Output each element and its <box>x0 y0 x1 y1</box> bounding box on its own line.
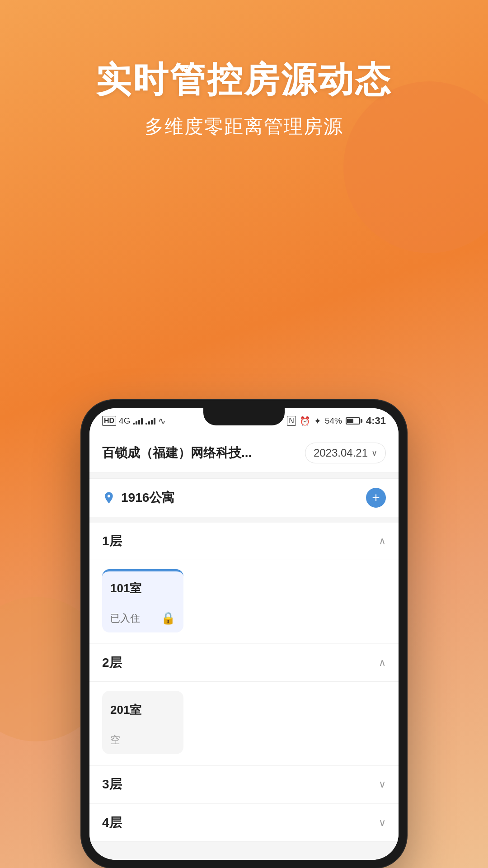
room-101-status: 已入住 🔒 <box>110 611 175 625</box>
phone-outer: HD 4G ∿ <box>81 400 407 868</box>
location-pin-icon <box>102 491 116 505</box>
floor-4-label: 4层 <box>102 814 122 831</box>
property-name-wrap: 1916公寓 <box>102 489 174 506</box>
signal-bar <box>141 418 143 425</box>
battery-fill <box>347 419 353 423</box>
signal-bars-1 <box>133 417 143 425</box>
company-name: 百锁成（福建）网络科技... <box>102 444 252 462</box>
bluetooth-icon: ✦ <box>314 416 321 426</box>
floor-3-label: 3层 <box>102 776 122 793</box>
signal-bar <box>154 418 155 425</box>
signal-bar <box>145 423 147 425</box>
floor-section-4: 4层 ∨ <box>89 804 399 842</box>
signal-bar <box>151 420 153 425</box>
phone-notch <box>203 408 285 425</box>
floor-3-chevron-icon: ∨ <box>379 778 386 790</box>
battery-tip <box>361 419 362 423</box>
floor-4-header[interactable]: 4层 ∨ <box>89 804 399 842</box>
floor-1-header[interactable]: 1层 ∧ <box>89 523 399 560</box>
floor-2-toggle-icon: ∧ <box>379 657 386 669</box>
floor-section-3: 3层 ∨ <box>89 766 399 803</box>
property-header: 1916公寓 + <box>89 478 399 517</box>
phone-inner: HD 4G ∿ <box>89 408 399 860</box>
signal-bar <box>133 423 135 425</box>
floor-1-label: 1层 <box>102 533 122 550</box>
room-101-status-text: 已入住 <box>110 612 140 625</box>
room-card-101[interactable]: 101室 已入住 🔒 <box>102 569 183 632</box>
room-card-201[interactable]: 201室 空 <box>102 691 183 754</box>
phone-bottom-padding <box>89 842 399 860</box>
floor-4-chevron-icon: ∨ <box>379 817 386 829</box>
property-name-text: 1916公寓 <box>121 489 174 506</box>
floor-1-toggle-icon: ∧ <box>379 535 386 547</box>
room-201-number: 201室 <box>110 702 175 718</box>
app-header: 百锁成（福建）网络科技... 2023.04.21 ∨ <box>89 434 399 473</box>
hero-title: 实时管控房源动态 <box>0 59 488 101</box>
battery-body <box>346 417 360 425</box>
floor-2-label: 2层 <box>102 654 122 671</box>
lock-icon: 🔒 <box>161 611 175 625</box>
time-display: 4:31 <box>366 415 386 427</box>
date-text: 2023.04.21 <box>314 447 368 459</box>
hero-section: 实时管控房源动态 多维度零距离管理房源 <box>0 0 488 139</box>
floor-1-rooms: 101室 已入住 🔒 <box>89 560 399 643</box>
room-201-status: 空 <box>110 733 175 747</box>
signal-bar <box>148 421 150 425</box>
status-right: N ⏰ ✦ 54% 4:31 <box>287 415 386 427</box>
signal-bar <box>136 421 137 425</box>
hero-subtitle: 多维度零距离管理房源 <box>0 114 488 139</box>
battery-percent: 54% <box>325 416 342 426</box>
wifi-icon: ∿ <box>158 415 166 426</box>
alarm-icon: ⏰ <box>300 416 310 426</box>
date-chevron-icon: ∨ <box>371 448 377 458</box>
phone-mockup: HD 4G ∿ <box>81 400 407 868</box>
add-room-button[interactable]: + <box>366 488 386 508</box>
signal-bars-2 <box>145 417 155 425</box>
status-left: HD 4G ∿ <box>102 415 166 426</box>
nfc-icon: N <box>287 416 296 426</box>
network-type-label: HD <box>102 416 116 426</box>
floor-3-header[interactable]: 3层 ∨ <box>89 766 399 803</box>
floor-2-header[interactable]: 2层 ∧ <box>89 644 399 682</box>
floor-section-2: 2层 ∧ 201室 空 <box>89 644 399 765</box>
floor-section-1: 1层 ∧ 101室 已入住 🔒 <box>89 523 399 643</box>
room-101-number: 101室 <box>110 580 175 596</box>
signal-bar <box>138 420 140 425</box>
floor-2-rooms: 201室 空 <box>89 682 399 765</box>
signal-label-1: 4G <box>119 416 130 426</box>
date-badge[interactable]: 2023.04.21 ∨ <box>305 443 386 463</box>
room-201-status-text: 空 <box>110 733 120 747</box>
battery-icon <box>346 417 362 425</box>
